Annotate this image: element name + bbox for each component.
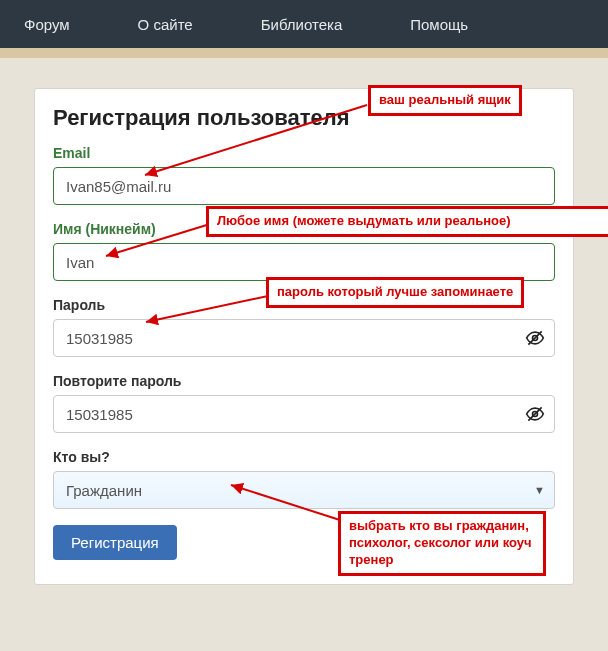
label-repeat-password: Повторите пароль (53, 373, 555, 389)
nickname-field[interactable] (53, 243, 555, 281)
nav-help[interactable]: Помощь (386, 0, 492, 48)
nav-library[interactable]: Библиотека (237, 0, 367, 48)
decorative-strip (0, 48, 608, 58)
annotation-name: Любое имя (можете выдумать или реальное) (206, 206, 608, 237)
label-who: Кто вы? (53, 449, 555, 465)
register-button[interactable]: Регистрация (53, 525, 177, 560)
annotation-who: выбрать кто вы гражданин, психолог, секс… (338, 511, 546, 576)
annotation-password: пароль который лучше запоминаете (266, 277, 524, 308)
email-field[interactable] (53, 167, 555, 205)
nav-forum[interactable]: Форум (0, 0, 94, 48)
annotation-email: ваш реальный ящик (368, 85, 522, 116)
who-select[interactable]: Гражданин (53, 471, 555, 509)
eye-off-icon[interactable] (525, 404, 545, 424)
label-email: Email (53, 145, 555, 161)
repeat-password-field[interactable] (53, 395, 555, 433)
navbar: Форум О сайте Библиотека Помощь (0, 0, 608, 48)
eye-off-icon[interactable] (525, 328, 545, 348)
nav-about[interactable]: О сайте (114, 0, 217, 48)
password-field[interactable] (53, 319, 555, 357)
